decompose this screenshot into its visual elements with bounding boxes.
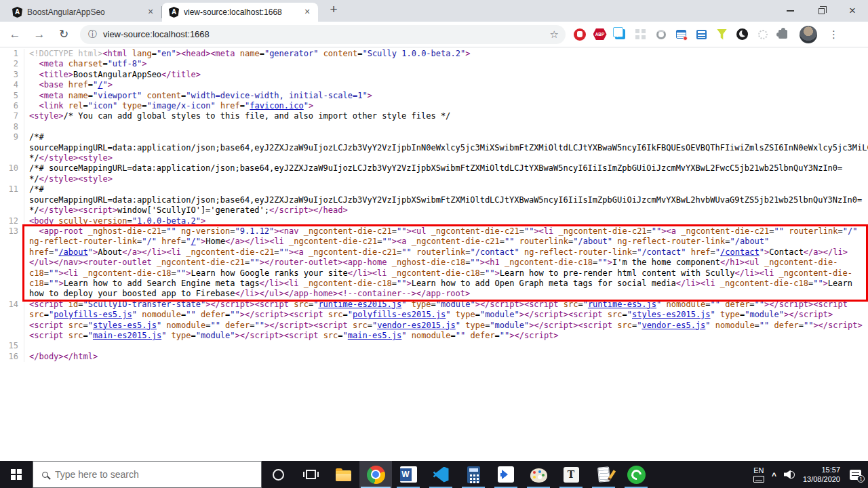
line-code: </body></html> xyxy=(24,352,866,362)
chrome-button[interactable] xyxy=(359,461,392,488)
whatsapp-icon xyxy=(627,466,646,484)
search-input[interactable] xyxy=(55,469,252,480)
line-number: 14 xyxy=(0,300,24,342)
search-icon xyxy=(42,472,48,478)
source-line: 3 <title>BoostAngularAppSeo</title> xyxy=(0,70,866,80)
tab-view-source[interactable]: A view-source:localhost:1668 × xyxy=(162,3,318,22)
source-link[interactable]: polyfills-es5.js xyxy=(54,310,132,319)
action-center-icon[interactable]: 1 xyxy=(850,470,861,480)
browser-menu-icon[interactable]: ⋮ xyxy=(829,28,839,41)
source-line: 8 xyxy=(0,122,866,132)
source-link[interactable]: polyfills-es2015.js xyxy=(353,310,446,319)
source-line: 10/*# sourceMappingURL=data:application/… xyxy=(0,163,866,184)
minimize-button[interactable] xyxy=(774,0,806,22)
line-number: 9 xyxy=(0,132,24,163)
tab-close-icon[interactable]: × xyxy=(302,7,313,18)
bookmark-star-icon[interactable]: ☆ xyxy=(550,28,559,41)
source-link[interactable]: main-es2015.js xyxy=(93,331,161,340)
language-label: EN xyxy=(753,466,764,474)
extensions-puzzle-icon[interactable] xyxy=(776,27,790,41)
line-code: <link rel="icon" type="image/x-icon" hre… xyxy=(24,101,866,111)
taskbar-search[interactable] xyxy=(33,461,262,488)
line-code: /*# sourceMappingURL=data:application/js… xyxy=(24,163,866,184)
url-text[interactable]: view-source:localhost:1668 xyxy=(103,29,544,39)
calculator-icon xyxy=(467,466,480,483)
vscode-icon xyxy=(433,467,449,483)
source-link[interactable]: runtime-es5.js xyxy=(588,300,656,309)
reload-icon[interactable]: ↻ xyxy=(54,27,73,41)
source-line-highlighted: 13 <app-root _nghost-die-c21="" ng-versi… xyxy=(0,226,866,300)
new-tab-button[interactable]: + xyxy=(325,1,342,19)
circle-extension-icon[interactable] xyxy=(755,27,770,41)
calculator-button[interactable] xyxy=(457,461,490,488)
source-link[interactable]: /about xyxy=(58,247,87,257)
restore-button[interactable] xyxy=(806,0,837,22)
line-number: 10 xyxy=(0,163,24,184)
keyboard-icon xyxy=(753,476,764,483)
address-bar[interactable]: ⓘ view-source:localhost:1668 ☆ xyxy=(80,25,566,44)
notification-badge: 1 xyxy=(857,475,865,483)
word-button[interactable]: W xyxy=(392,461,425,488)
share-pages-icon[interactable] xyxy=(613,27,627,41)
clock-date: 13/08/2020 xyxy=(803,474,840,484)
task-view-icon xyxy=(306,470,316,479)
source-link[interactable]: /contact xyxy=(720,247,760,257)
source-link[interactable]: runtime-es2015.js xyxy=(318,300,401,309)
source-link[interactable]: favicon.ico xyxy=(250,101,303,110)
line-code: <body scully-version="1.0.0-beta.2"> xyxy=(24,216,866,226)
notepad-button[interactable] xyxy=(587,461,620,488)
paint-button[interactable] xyxy=(522,461,555,488)
tab-boostangularappseo[interactable]: A BoostAngularAppSeo × xyxy=(5,3,161,22)
text-editor-icon: T xyxy=(564,467,579,483)
source-link[interactable]: main-es5.js xyxy=(348,331,401,340)
cortana-icon xyxy=(273,469,284,481)
hidden-icons-chevron[interactable]: ^ xyxy=(772,471,776,481)
start-button[interactable] xyxy=(0,461,33,488)
loop-extension-icon[interactable] xyxy=(654,27,668,41)
folder-icon xyxy=(336,470,351,481)
line-code: <meta name="viewport" content="width=dev… xyxy=(24,91,866,101)
cortana-button[interactable] xyxy=(262,461,294,488)
taskbar-clock[interactable]: 15:57 13/08/2020 xyxy=(803,465,840,484)
angular-favicon-icon: A xyxy=(12,7,22,18)
line-number: 16 xyxy=(0,352,24,362)
profile-avatar[interactable] xyxy=(800,26,817,43)
file-explorer-button[interactable] xyxy=(327,461,359,488)
line-number: 8 xyxy=(0,122,24,132)
page-info-icon[interactable]: ⓘ xyxy=(88,28,97,41)
source-link[interactable]: vendor-es2015.js xyxy=(377,321,456,330)
line-code: <meta charset="utf-8"> xyxy=(24,59,866,69)
close-button[interactable]: × xyxy=(837,0,868,22)
line-code: <script id="ScullyIO-transfer-state"></s… xyxy=(24,300,866,342)
line-number: 11 xyxy=(0,184,24,216)
adblock-hand-icon[interactable] xyxy=(572,27,587,41)
tab-close-icon[interactable]: × xyxy=(145,7,156,18)
speaker-icon[interactable] xyxy=(784,470,795,479)
line-code: <base href="/"> xyxy=(24,80,866,90)
source-link[interactable]: vendor-es5.js xyxy=(642,321,705,330)
word-icon: W xyxy=(400,466,417,483)
teamviewer-button[interactable] xyxy=(490,461,522,488)
forward-icon[interactable]: → xyxy=(30,28,49,41)
whatsapp-button[interactable] xyxy=(620,461,652,488)
line-number: 7 xyxy=(0,111,24,121)
abp-icon[interactable]: ABP xyxy=(593,27,607,41)
line-code: <title>BoostAngularAppSeo</title> xyxy=(24,70,866,80)
table-blocker-icon[interactable] xyxy=(674,27,688,41)
funnel-icon[interactable] xyxy=(715,27,729,41)
grid-extension-icon[interactable] xyxy=(633,27,648,41)
text-editor-button[interactable]: T xyxy=(555,461,587,488)
blue-grid-icon[interactable] xyxy=(694,27,709,41)
source-link[interactable]: styles-es2015.js xyxy=(632,310,711,319)
task-view-button[interactable] xyxy=(294,461,327,488)
dark-mode-moon-icon[interactable] xyxy=(735,27,749,41)
system-tray: EN ^ 15:57 13/08/2020 1 xyxy=(753,461,868,488)
source-line: 9/*# sourceMappingURL=data:application/j… xyxy=(0,132,866,163)
language-indicator[interactable]: EN xyxy=(753,466,764,483)
source-link[interactable]: / xyxy=(191,237,196,246)
back-icon[interactable]: ← xyxy=(5,28,24,41)
windows-logo-icon xyxy=(11,469,22,481)
vscode-button[interactable] xyxy=(425,461,457,488)
source-link[interactable]: styles-es5.js xyxy=(93,321,157,330)
windows-taskbar: W T EN ^ 15:57 13/08/2020 1 xyxy=(0,461,868,488)
